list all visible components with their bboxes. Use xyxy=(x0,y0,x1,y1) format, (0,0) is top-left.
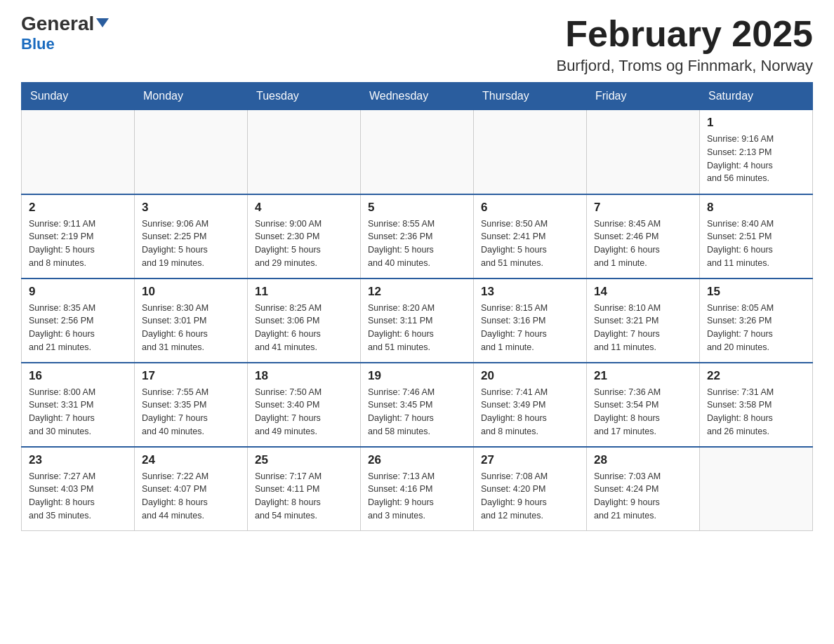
col-tuesday: Tuesday xyxy=(248,83,361,110)
day-info: Sunrise: 7:41 AMSunset: 3:49 PMDaylight:… xyxy=(481,386,579,438)
day-number: 4 xyxy=(255,201,353,215)
day-info: Sunrise: 7:22 AMSunset: 4:07 PMDaylight:… xyxy=(142,470,240,523)
col-saturday: Saturday xyxy=(700,83,813,110)
day-number: 14 xyxy=(594,285,692,299)
table-row: 8Sunrise: 8:40 AMSunset: 2:51 PMDaylight… xyxy=(700,194,813,279)
day-info: Sunrise: 8:50 AMSunset: 2:41 PMDaylight:… xyxy=(481,217,579,270)
day-info: Sunrise: 7:50 AMSunset: 3:40 PMDaylight:… xyxy=(255,386,353,438)
day-info: Sunrise: 8:35 AMSunset: 2:56 PMDaylight:… xyxy=(29,302,127,354)
day-number: 19 xyxy=(368,369,466,383)
col-thursday: Thursday xyxy=(474,83,587,110)
day-info: Sunrise: 8:05 AMSunset: 3:26 PMDaylight:… xyxy=(707,302,805,354)
table-row: 28Sunrise: 7:03 AMSunset: 4:24 PMDayligh… xyxy=(587,447,700,531)
day-number: 21 xyxy=(594,369,692,383)
day-number: 8 xyxy=(707,201,805,215)
table-row: 7Sunrise: 8:45 AMSunset: 2:46 PMDaylight… xyxy=(587,194,700,279)
table-row: 12Sunrise: 8:20 AMSunset: 3:11 PMDayligh… xyxy=(361,279,474,363)
table-row: 4Sunrise: 9:00 AMSunset: 2:30 PMDaylight… xyxy=(248,194,361,279)
day-number: 27 xyxy=(481,453,579,467)
day-info: Sunrise: 8:10 AMSunset: 3:21 PMDaylight:… xyxy=(594,302,692,354)
table-row: 2Sunrise: 9:11 AMSunset: 2:19 PMDaylight… xyxy=(22,194,135,279)
day-number: 22 xyxy=(707,369,805,383)
table-row: 18Sunrise: 7:50 AMSunset: 3:40 PMDayligh… xyxy=(248,363,361,447)
table-row: 3Sunrise: 9:06 AMSunset: 2:25 PMDaylight… xyxy=(135,194,248,279)
table-row: 23Sunrise: 7:27 AMSunset: 4:03 PMDayligh… xyxy=(22,447,135,531)
page-header: General Blue February 2025 Burfjord, Tro… xyxy=(21,14,813,75)
logo-sub-text: Blue xyxy=(21,35,55,53)
day-info: Sunrise: 9:11 AMSunset: 2:19 PMDaylight:… xyxy=(29,217,127,270)
day-info: Sunrise: 9:00 AMSunset: 2:30 PMDaylight:… xyxy=(255,217,353,270)
day-info: Sunrise: 7:08 AMSunset: 4:20 PMDaylight:… xyxy=(481,470,579,523)
table-row: 11Sunrise: 8:25 AMSunset: 3:06 PMDayligh… xyxy=(248,279,361,363)
day-info: Sunrise: 7:36 AMSunset: 3:54 PMDaylight:… xyxy=(594,386,692,438)
table-row: 16Sunrise: 8:00 AMSunset: 3:31 PMDayligh… xyxy=(22,363,135,447)
day-number: 10 xyxy=(142,285,240,299)
day-info: Sunrise: 7:46 AMSunset: 3:45 PMDaylight:… xyxy=(368,386,466,438)
table-row: 6Sunrise: 8:50 AMSunset: 2:41 PMDaylight… xyxy=(474,194,587,279)
calendar-week-2: 2Sunrise: 9:11 AMSunset: 2:19 PMDaylight… xyxy=(22,194,813,279)
calendar-week-5: 23Sunrise: 7:27 AMSunset: 4:03 PMDayligh… xyxy=(22,447,813,531)
day-info: Sunrise: 7:17 AMSunset: 4:11 PMDaylight:… xyxy=(255,470,353,523)
day-info: Sunrise: 7:55 AMSunset: 3:35 PMDaylight:… xyxy=(142,386,240,438)
table-row: 14Sunrise: 8:10 AMSunset: 3:21 PMDayligh… xyxy=(587,279,700,363)
day-number: 3 xyxy=(142,201,240,215)
day-info: Sunrise: 8:30 AMSunset: 3:01 PMDaylight:… xyxy=(142,302,240,354)
table-row: 9Sunrise: 8:35 AMSunset: 2:56 PMDaylight… xyxy=(22,279,135,363)
day-number: 26 xyxy=(368,453,466,467)
day-info: Sunrise: 8:00 AMSunset: 3:31 PMDaylight:… xyxy=(29,386,127,438)
title-area: February 2025 Burfjord, Troms og Finnmar… xyxy=(556,14,813,75)
table-row xyxy=(135,110,248,194)
col-friday: Friday xyxy=(587,83,700,110)
calendar-table: Sunday Monday Tuesday Wednesday Thursday… xyxy=(21,82,813,531)
table-row: 26Sunrise: 7:13 AMSunset: 4:16 PMDayligh… xyxy=(361,447,474,531)
calendar-week-1: 1Sunrise: 9:16 AMSunset: 2:13 PMDaylight… xyxy=(22,110,813,194)
logo-main-text: General xyxy=(21,14,109,34)
day-number: 25 xyxy=(255,453,353,467)
day-info: Sunrise: 8:20 AMSunset: 3:11 PMDaylight:… xyxy=(368,302,466,354)
location-subtitle: Burfjord, Troms og Finnmark, Norway xyxy=(556,57,813,75)
table-row: 25Sunrise: 7:17 AMSunset: 4:11 PMDayligh… xyxy=(248,447,361,531)
day-number: 1 xyxy=(707,116,805,130)
table-row xyxy=(587,110,700,194)
table-row: 21Sunrise: 7:36 AMSunset: 3:54 PMDayligh… xyxy=(587,363,700,447)
day-info: Sunrise: 7:13 AMSunset: 4:16 PMDaylight:… xyxy=(368,470,466,523)
day-number: 2 xyxy=(29,201,127,215)
day-number: 20 xyxy=(481,369,579,383)
day-number: 18 xyxy=(255,369,353,383)
table-row xyxy=(361,110,474,194)
day-info: Sunrise: 8:55 AMSunset: 2:36 PMDaylight:… xyxy=(368,217,466,270)
day-info: Sunrise: 8:40 AMSunset: 2:51 PMDaylight:… xyxy=(707,217,805,270)
calendar-header-row: Sunday Monday Tuesday Wednesday Thursday… xyxy=(22,83,813,110)
day-number: 24 xyxy=(142,453,240,467)
col-sunday: Sunday xyxy=(22,83,135,110)
logo: General Blue xyxy=(21,14,109,53)
calendar-week-4: 16Sunrise: 8:00 AMSunset: 3:31 PMDayligh… xyxy=(22,363,813,447)
day-info: Sunrise: 9:06 AMSunset: 2:25 PMDaylight:… xyxy=(142,217,240,270)
day-number: 7 xyxy=(594,201,692,215)
month-title: February 2025 xyxy=(556,14,813,54)
col-monday: Monday xyxy=(135,83,248,110)
table-row xyxy=(22,110,135,194)
col-wednesday: Wednesday xyxy=(361,83,474,110)
day-number: 9 xyxy=(29,285,127,299)
table-row xyxy=(248,110,361,194)
day-info: Sunrise: 7:27 AMSunset: 4:03 PMDaylight:… xyxy=(29,470,127,523)
day-number: 15 xyxy=(707,285,805,299)
day-number: 11 xyxy=(255,285,353,299)
calendar-week-3: 9Sunrise: 8:35 AMSunset: 2:56 PMDaylight… xyxy=(22,279,813,363)
table-row: 17Sunrise: 7:55 AMSunset: 3:35 PMDayligh… xyxy=(135,363,248,447)
table-row: 22Sunrise: 7:31 AMSunset: 3:58 PMDayligh… xyxy=(700,363,813,447)
day-number: 23 xyxy=(29,453,127,467)
day-number: 17 xyxy=(142,369,240,383)
day-number: 12 xyxy=(368,285,466,299)
day-info: Sunrise: 8:15 AMSunset: 3:16 PMDaylight:… xyxy=(481,302,579,354)
day-info: Sunrise: 7:31 AMSunset: 3:58 PMDaylight:… xyxy=(707,386,805,438)
table-row xyxy=(700,447,813,531)
table-row: 24Sunrise: 7:22 AMSunset: 4:07 PMDayligh… xyxy=(135,447,248,531)
day-number: 5 xyxy=(368,201,466,215)
day-info: Sunrise: 7:03 AMSunset: 4:24 PMDaylight:… xyxy=(594,470,692,523)
table-row: 10Sunrise: 8:30 AMSunset: 3:01 PMDayligh… xyxy=(135,279,248,363)
table-row xyxy=(474,110,587,194)
table-row: 27Sunrise: 7:08 AMSunset: 4:20 PMDayligh… xyxy=(474,447,587,531)
table-row: 5Sunrise: 8:55 AMSunset: 2:36 PMDaylight… xyxy=(361,194,474,279)
